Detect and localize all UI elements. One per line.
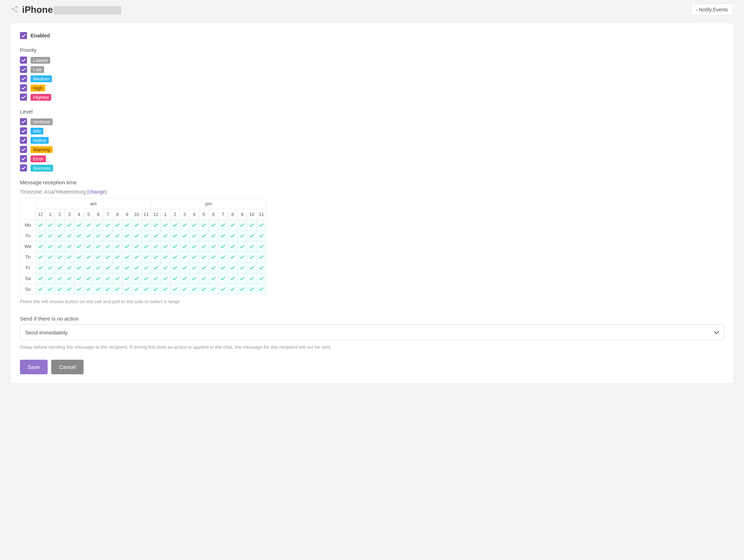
slot-su-pm-12[interactable]: [151, 284, 161, 295]
slot-su-am-7[interactable]: [103, 284, 113, 295]
slot-mo-pm-1[interactable]: [161, 220, 170, 231]
slot-th-am-8[interactable]: [113, 252, 122, 263]
slot-mo-am-2[interactable]: [55, 220, 65, 231]
slot-tu-pm-9[interactable]: [238, 231, 247, 241]
slot-fr-am-3[interactable]: [65, 263, 74, 273]
slot-tu-am-7[interactable]: [103, 231, 113, 241]
slot-mo-am-10[interactable]: [132, 220, 142, 231]
level-checkbox-warning[interactable]: [20, 146, 27, 153]
slot-we-am-12[interactable]: [36, 241, 46, 252]
slot-tu-am-12[interactable]: [36, 231, 46, 241]
slot-mo-am-4[interactable]: [74, 220, 84, 231]
slot-sa-pm-9[interactable]: [238, 273, 247, 284]
slot-mo-am-12[interactable]: [36, 220, 46, 231]
slot-fr-pm-6[interactable]: [209, 263, 218, 273]
slot-we-pm-10[interactable]: [247, 241, 257, 252]
slot-mo-pm-6[interactable]: [209, 220, 218, 231]
back-button[interactable]: ‹‹ Notify.Events: [691, 4, 733, 16]
slot-mo-am-6[interactable]: [94, 220, 103, 231]
priority-checkbox-low[interactable]: [20, 66, 27, 73]
slot-fr-pm-12[interactable]: [151, 263, 161, 273]
slot-th-pm-11[interactable]: [257, 252, 266, 263]
slot-th-pm-12[interactable]: [151, 252, 161, 263]
slot-fr-pm-10[interactable]: [247, 263, 257, 273]
slot-mo-am-9[interactable]: [122, 220, 132, 231]
slot-we-pm-6[interactable]: [209, 241, 218, 252]
slot-mo-pm-5[interactable]: [199, 220, 209, 231]
slot-we-pm-2[interactable]: [170, 241, 180, 252]
enabled-checkbox[interactable]: [20, 32, 27, 39]
level-checkbox-verbose[interactable]: [20, 118, 27, 125]
slot-fr-am-4[interactable]: [74, 263, 84, 273]
slot-sa-am-11[interactable]: [142, 273, 151, 284]
slot-mo-pm-10[interactable]: [247, 220, 257, 231]
slot-we-pm-7[interactable]: [218, 241, 228, 252]
priority-checkbox-lowest[interactable]: [20, 57, 27, 64]
slot-we-pm-8[interactable]: [228, 241, 238, 252]
slot-fr-pm-4[interactable]: [190, 263, 199, 273]
slot-th-pm-4[interactable]: [190, 252, 199, 263]
slot-sa-pm-12[interactable]: [151, 273, 161, 284]
slot-we-am-10[interactable]: [132, 241, 142, 252]
slot-mo-am-5[interactable]: [84, 220, 94, 231]
slot-fr-pm-11[interactable]: [257, 263, 266, 273]
slot-fr-pm-3[interactable]: [180, 263, 190, 273]
slot-sa-pm-2[interactable]: [170, 273, 180, 284]
slot-sa-am-8[interactable]: [113, 273, 122, 284]
level-checkbox-success[interactable]: [20, 164, 27, 171]
slot-sa-am-2[interactable]: [55, 273, 65, 284]
slot-sa-pm-7[interactable]: [218, 273, 228, 284]
slot-su-am-11[interactable]: [142, 284, 151, 295]
slot-we-am-5[interactable]: [84, 241, 94, 252]
slot-mo-am-3[interactable]: [65, 220, 74, 231]
slot-su-pm-3[interactable]: [180, 284, 190, 295]
slot-fr-am-8[interactable]: [113, 263, 122, 273]
slot-sa-pm-11[interactable]: [257, 273, 266, 284]
slot-fr-pm-5[interactable]: [199, 263, 209, 273]
slot-sa-pm-1[interactable]: [161, 273, 170, 284]
slot-tu-pm-3[interactable]: [180, 231, 190, 241]
slot-su-am-5[interactable]: [84, 284, 94, 295]
slot-fr-am-11[interactable]: [142, 263, 151, 273]
slot-mo-pm-3[interactable]: [180, 220, 190, 231]
slot-th-am-2[interactable]: [55, 252, 65, 263]
slot-fr-pm-1[interactable]: [161, 263, 170, 273]
slot-fr-pm-8[interactable]: [228, 263, 238, 273]
slot-we-pm-9[interactable]: [238, 241, 247, 252]
level-checkbox-info[interactable]: [20, 127, 27, 134]
level-checkbox-notice[interactable]: [20, 137, 27, 144]
slot-mo-pm-7[interactable]: [218, 220, 228, 231]
slot-th-am-7[interactable]: [103, 252, 113, 263]
slot-th-am-5[interactable]: [84, 252, 94, 263]
slot-tu-pm-10[interactable]: [247, 231, 257, 241]
slot-su-am-10[interactable]: [132, 284, 142, 295]
slot-sa-am-9[interactable]: [122, 273, 132, 284]
slot-th-am-6[interactable]: [94, 252, 103, 263]
slot-fr-am-6[interactable]: [94, 263, 103, 273]
slot-th-am-10[interactable]: [132, 252, 142, 263]
delay-select[interactable]: Send immediately: [20, 324, 724, 340]
slot-mo-pm-8[interactable]: [228, 220, 238, 231]
priority-checkbox-highest[interactable]: [20, 94, 27, 101]
slot-th-pm-1[interactable]: [161, 252, 170, 263]
slot-mo-pm-11[interactable]: [257, 220, 266, 231]
slot-su-pm-4[interactable]: [190, 284, 199, 295]
slot-we-pm-3[interactable]: [180, 241, 190, 252]
slot-tu-am-6[interactable]: [94, 231, 103, 241]
slot-we-pm-5[interactable]: [199, 241, 209, 252]
slot-sa-am-7[interactable]: [103, 273, 113, 284]
slot-we-pm-11[interactable]: [257, 241, 266, 252]
slot-su-am-6[interactable]: [94, 284, 103, 295]
slot-sa-pm-5[interactable]: [199, 273, 209, 284]
slot-we-am-6[interactable]: [94, 241, 103, 252]
slot-su-am-9[interactable]: [122, 284, 132, 295]
slot-th-pm-8[interactable]: [228, 252, 238, 263]
slot-su-pm-5[interactable]: [199, 284, 209, 295]
slot-sa-am-6[interactable]: [94, 273, 103, 284]
cancel-button[interactable]: Cancel: [51, 360, 84, 374]
slot-we-am-3[interactable]: [65, 241, 74, 252]
slot-tu-am-10[interactable]: [132, 231, 142, 241]
slot-tu-pm-4[interactable]: [190, 231, 199, 241]
slot-th-pm-2[interactable]: [170, 252, 180, 263]
slot-sa-am-3[interactable]: [65, 273, 74, 284]
